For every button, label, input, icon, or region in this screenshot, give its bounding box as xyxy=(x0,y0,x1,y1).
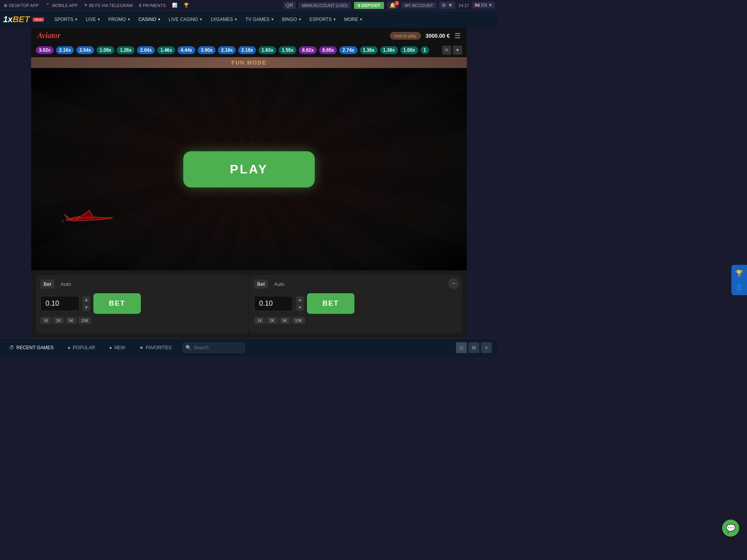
bet-amount-input-2[interactable] xyxy=(254,296,293,311)
nav-promo[interactable]: PROMO ▼ xyxy=(104,11,134,28)
decrement-bet-1[interactable]: ▼ xyxy=(82,304,90,311)
recent-games-item[interactable]: ⏱ RECENT GAMES xyxy=(6,343,57,352)
multiplier-badge[interactable]: 2.74x xyxy=(339,46,357,54)
popular-item[interactable]: ● POPULAR xyxy=(65,343,98,352)
chevron-down-icon: ▼ xyxy=(234,18,238,21)
quick-10e-2[interactable]: 10€ xyxy=(292,317,305,324)
mobile-app-link[interactable]: 📱 MOBILE APP xyxy=(45,3,78,8)
nav-sports[interactable]: SPORTS ▼ xyxy=(50,11,82,28)
chevron-down-icon: ▼ xyxy=(359,18,363,21)
multiplier-badge[interactable]: 2.18x xyxy=(218,46,236,54)
top-bar-right: QR MAIN ACCOUNT (USD) $ DEPOSIT 🔔1 MY AC… xyxy=(283,2,495,9)
view-grid-button[interactable]: ⊞ xyxy=(468,342,479,353)
favorites-label: FAVORITES xyxy=(146,345,172,350)
bet-tab-2[interactable]: Bet xyxy=(254,280,268,289)
bet-button-1[interactable]: BET xyxy=(93,293,141,314)
nav-1xgames[interactable]: 1XGAMES ▼ xyxy=(207,11,242,28)
quick-1e-2[interactable]: 1€ xyxy=(254,317,265,324)
search-icon: 🔍 xyxy=(186,345,191,350)
increment-bet-1[interactable]: ▲ xyxy=(82,296,90,303)
stats-icon[interactable]: 📊 xyxy=(172,3,177,8)
quick-2e-1[interactable]: 2€ xyxy=(53,317,64,324)
quick-10e-1[interactable]: 10€ xyxy=(78,317,91,324)
increment-bet-2[interactable]: ▲ xyxy=(296,296,304,303)
account-button[interactable]: MAIN ACCOUNT (USD) xyxy=(299,2,351,9)
favorites-item[interactable]: ★ FAVORITES xyxy=(136,343,175,352)
view-list-button[interactable]: ≡ xyxy=(481,342,492,353)
desktop-app-link[interactable]: 🖥 DESKTOP APP xyxy=(3,3,39,8)
telegram-link[interactable]: ✈ BETS VIA TELEGRAM xyxy=(84,3,133,8)
multiplier-badge[interactable]: 1.46x xyxy=(157,46,175,54)
quick-2e-2[interactable]: 2€ xyxy=(267,317,277,324)
chevron-down-icon: ▼ xyxy=(75,18,78,21)
nav-bingo[interactable]: BINGO ▼ xyxy=(278,11,306,28)
multiplier-badge[interactable]: 4.44x xyxy=(177,46,195,54)
history-button[interactable]: ⟳ xyxy=(442,46,451,55)
nav-more[interactable]: MORE ▼ xyxy=(340,11,366,28)
how-to-play-button[interactable]: how to play xyxy=(390,32,421,40)
multiplier-badge[interactable]: 1.83x xyxy=(258,46,276,54)
auto-tab-2[interactable]: Auto xyxy=(271,280,288,289)
bet-panel-1: Bet Auto ▲ ▼ BET 1€ 2€ 5€ 10€ xyxy=(36,275,249,333)
menu-button[interactable]: ☰ xyxy=(454,32,461,40)
fun-mode-banner: FUN MODE xyxy=(31,57,467,68)
nav-live[interactable]: LIVE ▼ xyxy=(82,11,104,28)
multiplier-badge[interactable]: 1 xyxy=(421,46,430,54)
trophy-icon[interactable]: 🏆 xyxy=(184,3,189,8)
qr-button[interactable]: QR xyxy=(283,2,296,9)
chevron-down-icon: ▼ xyxy=(298,18,302,21)
multiplier-badge[interactable]: 1.55x xyxy=(279,46,296,54)
multiplier-badge[interactable]: 3.02x xyxy=(36,46,54,54)
telegram-label: BETS VIA TELEGRAM xyxy=(89,3,133,8)
chevron-down-icon: ▼ xyxy=(271,18,274,21)
quick-5e-2[interactable]: 5€ xyxy=(279,317,290,324)
nav-live-casino[interactable]: LIVE CASINO ▼ xyxy=(165,11,207,28)
logo-text: 1xBET xyxy=(3,14,30,24)
quick-1e-1[interactable]: 1€ xyxy=(40,317,51,324)
multiplier-badge[interactable]: 8.62x xyxy=(299,46,317,54)
nav-casino[interactable]: CASINO ▼ xyxy=(135,11,165,28)
payments-link[interactable]: $ PAYMENTS xyxy=(139,3,166,8)
expand-button[interactable]: ▼ xyxy=(453,46,462,55)
language-button[interactable]: 🇬🇧 EN ▼ xyxy=(472,2,495,9)
multiplier-badge[interactable]: 1.00x xyxy=(400,46,418,54)
decrement-bet-2[interactable]: ▼ xyxy=(296,304,304,311)
bet-amount-input-1[interactable] xyxy=(40,296,79,311)
nav-esports[interactable]: ESPORTS ▼ xyxy=(305,11,340,28)
bottom-bar: ⏱ RECENT GAMES ● POPULAR ● NEW ★ FAVORIT… xyxy=(0,338,498,357)
search-input[interactable] xyxy=(182,343,245,353)
multiplier-badge[interactable]: 1.09x xyxy=(96,46,114,54)
bet-input-row-2: ▲ ▼ BET xyxy=(254,293,458,314)
my-account-button[interactable]: MY ACCOUNT xyxy=(402,2,436,9)
multiplier-badge[interactable]: 8.65x xyxy=(319,46,337,54)
aviator-header-right: how to play 3000.00 € ☰ xyxy=(390,32,461,40)
notification-badge: 1 xyxy=(395,1,399,5)
multiplier-badge[interactable]: 2.54x xyxy=(76,46,94,54)
bet-stepper-1: ▲ ▼ xyxy=(82,296,90,311)
quick-5e-1[interactable]: 5€ xyxy=(66,317,77,324)
bet-button-2[interactable]: BET xyxy=(307,293,354,314)
view-single-button[interactable]: □ xyxy=(456,342,467,353)
payments-label: PAYMENTS xyxy=(143,3,166,8)
multiplier-badge[interactable]: 1.36x xyxy=(360,46,378,54)
multiplier-badge[interactable]: 2.04x xyxy=(137,46,155,54)
play-button[interactable]: PLAY xyxy=(183,151,315,187)
logo[interactable]: 1xBET NEW! xyxy=(3,14,44,24)
time-display: 14:17 xyxy=(458,3,469,8)
new-item[interactable]: ● NEW xyxy=(106,343,128,352)
bet-tab-1[interactable]: Bet xyxy=(40,280,54,289)
remove-panel-button[interactable]: − xyxy=(448,278,459,289)
multiplier-badge[interactable]: 1.38x xyxy=(380,46,398,54)
deposit-button[interactable]: $ DEPOSIT xyxy=(354,2,384,9)
auto-tab-1[interactable]: Auto xyxy=(58,280,74,289)
multiplier-badge[interactable]: 3.90x xyxy=(198,46,216,54)
multiplier-badge[interactable]: 1.26x xyxy=(117,46,135,54)
aviator-header: Aviator how to play 3000.00 € ☰ xyxy=(31,28,467,43)
multiplier-badge[interactable]: 2.18x xyxy=(238,46,256,54)
desktop-icon: 🖥 xyxy=(3,3,7,8)
settings-button[interactable]: ⚙ ▼ xyxy=(439,2,455,9)
notification-button[interactable]: 🔔1 xyxy=(387,2,398,9)
multiplier-badge[interactable]: 2.16x xyxy=(56,46,74,54)
new-badge: NEW! xyxy=(33,18,44,22)
nav-tv-games[interactable]: TV GAMES ▼ xyxy=(242,11,278,28)
